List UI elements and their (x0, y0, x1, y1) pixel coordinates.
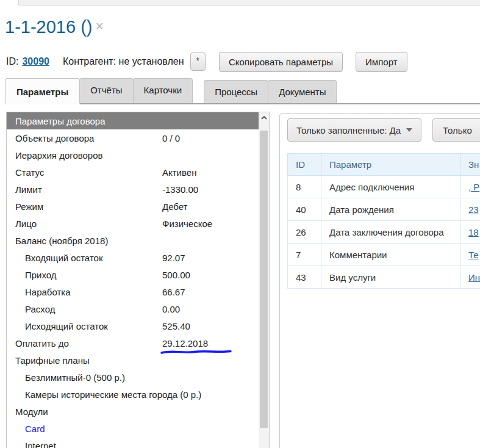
column-header-id: ID (288, 154, 321, 176)
param-value: Физическое (162, 219, 212, 229)
table-row[interactable]: 7 Комментарии Те (288, 244, 480, 266)
param-value: -1330.00 (162, 184, 198, 195)
scrollbar-thumb[interactable] (260, 131, 268, 428)
param-row[interactable]: Входящий остаток 92.07 (7, 249, 259, 266)
tab-documents[interactable]: Документы (268, 80, 337, 103)
cell-value-link[interactable]: , Р (468, 182, 479, 192)
cell-value-link[interactable]: 23 (468, 204, 479, 215)
top-chrome-tab-notch (0, 0, 19, 5)
tab-cards[interactable]: Карточки (133, 78, 193, 103)
param-label: Модули (15, 406, 48, 417)
table-row[interactable]: 8 Адрес подключения , Р (288, 176, 480, 198)
param-value: 525.40 (162, 321, 190, 331)
param-row[interactable]: Баланс (ноября 2018) (7, 232, 259, 249)
import-button[interactable]: Импорт (356, 52, 407, 72)
tab-parameters[interactable]: Параметры (5, 78, 80, 104)
table-row[interactable]: 43 Вид услуги Ин (288, 266, 480, 289)
param-row-module-card[interactable]: Card (7, 420, 259, 437)
close-icon[interactable]: × (95, 18, 103, 34)
param-row[interactable]: Исходящий остаток 525.40 (7, 317, 259, 334)
param-value: Активен (162, 167, 196, 178)
chevron-down-icon (406, 128, 412, 132)
module-card-link[interactable]: Card (25, 424, 45, 434)
page-title: 1-1-2016 ()× (5, 17, 104, 37)
cell-id: 43 (288, 266, 321, 289)
column-header-value: Зн (460, 154, 480, 176)
top-chrome-strip (0, 0, 480, 5)
param-row[interactable]: Иерархия договоров (7, 146, 259, 164)
only-filled-dropdown[interactable]: Только заполненные: Да (287, 118, 421, 142)
param-row[interactable]: Режим Дебет (7, 198, 259, 215)
id-label: ID: (6, 56, 18, 67)
param-label: Режим (15, 201, 43, 212)
param-label: Безлимитный-0 (500 р.) (25, 372, 125, 383)
values-toolbar: Только заполненные: Да Только (287, 118, 480, 142)
param-label: Лимит (15, 184, 42, 195)
cell-id: 40 (288, 198, 321, 221)
param-row-pay-until[interactable]: Оплатить до 29.12.2018 (7, 334, 259, 352)
cell-param: Адрес подключения (321, 176, 460, 198)
only-secondary-button-label: Только (443, 125, 472, 135)
copy-parameters-button[interactable]: Скопировать параметры (219, 52, 343, 72)
param-value: Дебет (162, 201, 187, 212)
contract-toolbar: ID: 30090 Контрагент: не установлен * Ск… (6, 51, 407, 72)
param-row[interactable]: Безлимитный-0 (500 р.) (7, 369, 259, 386)
param-group-header-row[interactable]: Параметры договора (7, 112, 259, 129)
cell-param: Вид услуги (321, 266, 460, 289)
param-value: 500.00 (162, 270, 190, 280)
param-row-module-internet[interactable]: Internet (7, 437, 259, 448)
param-value: 0.00 (162, 304, 180, 314)
cell-param: Дата заключения договора (321, 221, 460, 244)
contract-title: 1-1-2016 () (5, 17, 92, 37)
only-secondary-button[interactable]: Только (432, 118, 480, 142)
contractor-select-button[interactable]: * (190, 52, 206, 71)
param-row[interactable]: Лицо Физическое (7, 215, 259, 232)
contractor-label: Контрагент: не установлен (63, 56, 184, 67)
table-row[interactable]: 26 Дата заключения договора 18 (288, 221, 480, 244)
param-label: Входящий остаток (25, 253, 103, 263)
tab-processes[interactable]: Процессы (204, 80, 268, 103)
contract-id-link[interactable]: 30090 (22, 56, 49, 67)
tab-reports[interactable]: Отчёты (79, 78, 133, 103)
param-value: 29.12.2018 (162, 338, 208, 349)
param-label: Камеры исторические места города (0 р.) (25, 389, 201, 400)
param-label: Статус (15, 167, 44, 178)
cell-id: 26 (288, 221, 321, 244)
param-label: Лицо (15, 219, 37, 229)
cell-param: Комментарии (321, 244, 460, 266)
param-row[interactable]: Тарифные планы (7, 352, 259, 369)
cell-value-link[interactable]: 18 (468, 227, 479, 237)
cell-param: Дата рождения (321, 198, 460, 221)
parameter-rows: Параметры договора Объекты договора 0 / … (7, 112, 259, 448)
param-row[interactable]: Лимит -1330.00 (7, 181, 259, 198)
param-row[interactable]: Модули (7, 403, 259, 420)
only-filled-dropdown-label: Только заполненные: Да (296, 125, 401, 135)
param-label: Параметры договора (15, 116, 106, 126)
scroll-up-icon[interactable] (259, 112, 269, 123)
param-label: Исходящий остаток (25, 321, 108, 331)
param-row[interactable]: Наработка 66.67 (7, 283, 259, 300)
table-header-row: ID Параметр Зн (288, 154, 480, 176)
param-label: Приход (25, 270, 57, 280)
cell-id: 7 (288, 244, 321, 266)
param-row[interactable]: Объекты договора 0 / 0 (7, 129, 259, 146)
cell-value-link[interactable]: Те (468, 250, 479, 260)
param-row[interactable]: Статус Активен (7, 164, 259, 181)
param-label: Тарифные планы (15, 355, 90, 366)
param-row[interactable]: Камеры исторические места города (0 р.) (7, 386, 259, 403)
parameters-table: ID Параметр Зн 8 Адрес подключения , Р 4… (287, 153, 480, 289)
table-row[interactable]: 40 Дата рождения 23 (288, 198, 480, 221)
param-value: 0 / 0 (162, 133, 180, 143)
column-header-param: Параметр (321, 154, 460, 176)
param-label: Иерархия договоров (15, 150, 103, 161)
param-label: Оплатить до (15, 338, 69, 349)
param-label: Объекты договора (15, 133, 94, 143)
param-row[interactable]: Расход 0.00 (7, 300, 259, 317)
parameters-values-panel: Только заполненные: Да Только ID Парамет… (279, 113, 480, 448)
param-row[interactable]: Приход 500.00 (7, 266, 259, 283)
tab-group-main: Параметры Отчёты Карточки (5, 78, 193, 103)
param-value: 92.07 (162, 253, 185, 263)
param-label: Расход (25, 304, 55, 314)
cell-value-link[interactable]: Ин (468, 272, 480, 283)
left-panel-scrollbar[interactable] (259, 112, 269, 448)
